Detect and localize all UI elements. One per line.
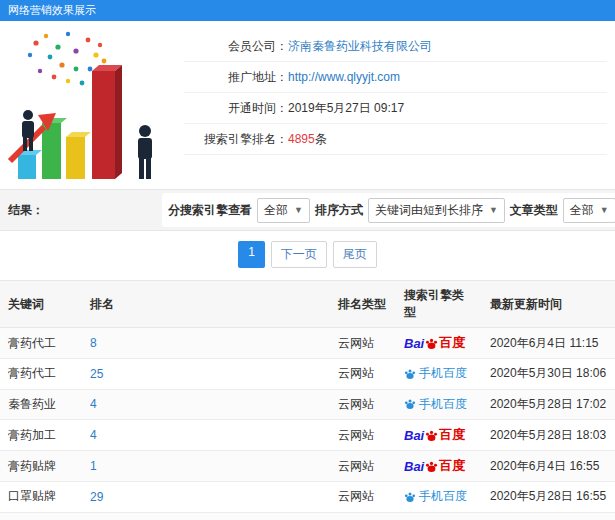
businessman-right (138, 125, 152, 179)
result-label: 结果： (8, 202, 44, 219)
chevron-down-icon: ▼ (294, 205, 303, 215)
info-row-company: 会员公司： 济南秦鲁药业科技有限公司 (184, 31, 607, 62)
baidu-logo: Bai 百度 (404, 334, 465, 352)
table-row: 膏药代工 25 云网站 手机百度 2020年5月30日 18:06 (0, 359, 615, 390)
chart-illustration (4, 27, 176, 183)
rank-link[interactable]: 29 (90, 490, 103, 504)
header-engine-type: 搜索引擎类型 (396, 281, 482, 328)
ranking-count-label: 搜索引擎排名： (184, 131, 288, 148)
baidu-logo-du-text: 百度 (439, 334, 465, 352)
engine-logo-slot: 手机百度 (404, 399, 467, 413)
chevron-down-icon: ▼ (600, 205, 609, 215)
article-type-select[interactable]: 全部 ▼ (563, 198, 615, 223)
mobile-baidu-icon (404, 491, 416, 503)
mobile-baidu-icon (404, 398, 416, 410)
cell-rank-type: 云网站 (330, 328, 396, 359)
engine-select[interactable]: 全部 ▼ (257, 198, 310, 223)
header-rank: 排名 (82, 281, 330, 328)
cell-update-time: 2020年5月30日 18:06 (482, 359, 615, 390)
promo-url-link[interactable]: http://www.qlyyjt.com (288, 70, 400, 84)
mobile-baidu-text: 手机百度 (419, 396, 467, 413)
cell-update-time: 2020年5月28日 16:55 (482, 482, 615, 513)
table-row: 口罩贴牌 29 云网站 手机百度 2020年5月28日 16:55 (0, 482, 615, 513)
baidu-paw-icon (425, 337, 438, 350)
cell-update-time: 2020年6月4日 16:55 (482, 451, 615, 482)
mobile-baidu-text: 手机百度 (419, 488, 467, 505)
baidu-logo-bai-text: Bai (404, 459, 424, 474)
cell-update-time: 2020年6月4日 11:15 (482, 328, 615, 359)
table-row: 膏药代工 8 云网站 Bai 百度 2020年6月4日 11:15 (0, 328, 615, 359)
cell-keyword: 金华防护服 (0, 512, 82, 520)
mobile-baidu-text: 手机百度 (419, 365, 467, 382)
cell-update-time: 2020年6月20日 09:25 (482, 512, 615, 520)
header-update-time: 最新更新时间 (482, 281, 615, 328)
bars (18, 65, 122, 179)
info-row-open-time: 开通时间： 2019年5月27日 09:17 (184, 93, 607, 124)
mobile-baidu-logo: 手机百度 (404, 365, 467, 382)
table-row: 金华防护服 17,25 云网站 手机百度 2020年6月20日 09:25 (0, 512, 615, 520)
rank-link[interactable]: 25 (90, 367, 103, 381)
engine-logo-slot: 手机百度 (404, 492, 467, 506)
cell-keyword: 口罩贴牌 (0, 482, 82, 513)
baidu-paw-icon (425, 460, 438, 473)
company-info-list: 会员公司： 济南秦鲁药业科技有限公司 推广地址： http://www.qlyy… (184, 31, 607, 183)
cell-rank-type: 云网站 (330, 389, 396, 420)
filter-controls: 分搜索引擎查看 全部 ▼ 排序方式 关键词由短到长排序 ▼ 文章类型 全部 ▼ … (162, 193, 615, 227)
marketing-report-page: 网络营销效果展示 (0, 0, 615, 520)
chevron-down-icon: ▼ (489, 205, 498, 215)
info-row-url: 推广地址： http://www.qlyyjt.com (184, 62, 607, 93)
baidu-logo-du-text: 百度 (439, 457, 465, 475)
cell-update-time: 2020年5月28日 17:02 (482, 389, 615, 420)
rank-link[interactable]: 4 (90, 428, 97, 442)
cell-rank-type: 云网站 (330, 359, 396, 390)
mobile-baidu-logo: 手机百度 (404, 488, 467, 505)
results-table-body: 膏药代工 8 云网站 Bai 百度 2020年6月4日 11:15 膏药代工 2… (0, 328, 615, 520)
results-table: 关键词 排名 排名类型 搜索引擎类型 最新更新时间 膏药代工 8 云网站 Bai… (0, 280, 615, 520)
cell-keyword: 秦鲁药业 (0, 389, 82, 420)
sort-select[interactable]: 关键词由短到长排序 ▼ (368, 198, 505, 223)
cell-keyword: 膏药代工 (0, 328, 82, 359)
engine-logo-slot: Bai 百度 (404, 460, 465, 474)
sort-select-value: 关键词由短到长排序 (375, 202, 483, 219)
open-time-label: 开通时间： (184, 100, 288, 117)
baidu-logo-du-text: 百度 (439, 426, 465, 444)
baidu-logo: Bai 百度 (404, 457, 465, 475)
rank-link[interactable]: 8 (90, 336, 97, 350)
engine-logo-slot: Bai 百度 (404, 429, 465, 443)
table-row: 膏药贴牌 1 云网站 Bai 百度 2020年6月4日 16:55 (0, 451, 615, 482)
header-keyword: 关键词 (0, 281, 82, 328)
mobile-baidu-logo: 手机百度 (404, 396, 467, 413)
article-type-label: 文章类型 (510, 202, 558, 219)
mobile-baidu-icon (404, 368, 416, 380)
cell-rank-type: 云网站 (330, 482, 396, 513)
engine-filter-label: 分搜索引擎查看 (168, 202, 252, 219)
ranking-count-unit: 条 (315, 131, 327, 148)
cell-keyword: 膏药贴牌 (0, 451, 82, 482)
promo-url-label: 推广地址： (184, 69, 288, 86)
baidu-logo: Bai 百度 (404, 426, 465, 444)
cell-rank-type: 云网站 (330, 451, 396, 482)
last-page-button[interactable]: 尾页 (333, 241, 377, 268)
rank-link[interactable]: 1 (90, 459, 97, 473)
company-name-link[interactable]: 济南秦鲁药业科技有限公司 (288, 38, 432, 55)
open-time-value: 2019年5月27日 09:17 (288, 100, 404, 117)
sort-filter-label: 排序方式 (315, 202, 363, 219)
cell-rank-type: 云网站 (330, 420, 396, 451)
bar-chart-image (4, 27, 174, 183)
info-row-ranking-count: 搜索引擎排名： 4895条 (184, 124, 607, 155)
baidu-logo-bai-text: Bai (404, 428, 424, 443)
engine-logo-slot: 手机百度 (404, 369, 467, 383)
cell-rank-type: 云网站 (330, 512, 396, 520)
next-page-button[interactable]: 下一页 (271, 241, 327, 268)
engine-logo-slot: Bai 百度 (404, 337, 465, 351)
page-1-button[interactable]: 1 (238, 241, 265, 268)
cell-keyword: 膏药加工 (0, 420, 82, 451)
company-info-section: 会员公司： 济南秦鲁药业科技有限公司 推广地址： http://www.qlyy… (0, 21, 615, 187)
page-header: 网络营销效果展示 (0, 0, 615, 21)
company-label: 会员公司： (184, 38, 288, 55)
ranking-count-value: 4895 (288, 132, 315, 146)
cell-update-time: 2020年5月28日 18:03 (482, 420, 615, 451)
cell-keyword: 膏药代工 (0, 359, 82, 390)
baidu-paw-icon (425, 429, 438, 442)
rank-link[interactable]: 4 (90, 397, 97, 411)
